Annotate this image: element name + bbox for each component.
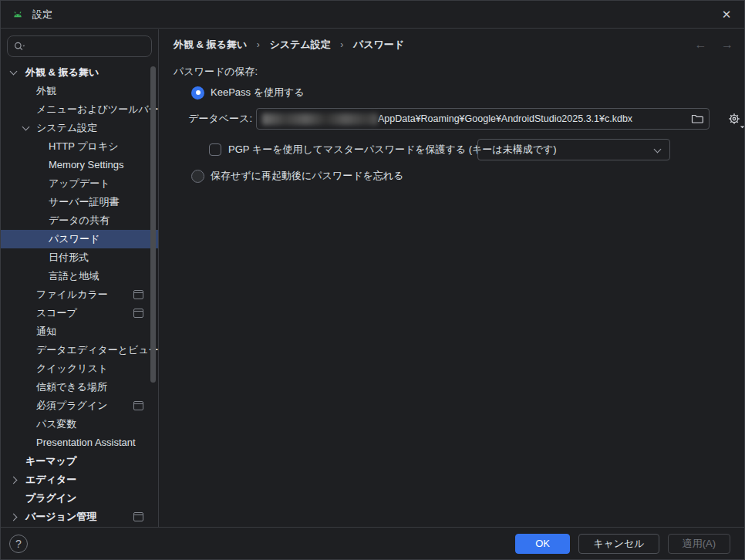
- sidebar-item-label: パス変数: [36, 418, 77, 430]
- save-passwords-label: パスワードの保存:: [174, 65, 258, 79]
- project-scope-icon: [133, 512, 143, 521]
- help-icon[interactable]: ?: [9, 535, 28, 553]
- sidebar-item[interactable]: 外観 & 振る舞い: [1, 63, 158, 82]
- sidebar-item-label: データの共有: [49, 214, 110, 226]
- browse-folder-icon[interactable]: [690, 113, 704, 125]
- chevron-down-icon[interactable]: [22, 123, 30, 131]
- sidebar-item[interactable]: バージョン管理: [1, 508, 158, 526]
- database-row: データベース: AppData¥Roaming¥Google¥AndroidSt…: [174, 108, 744, 130]
- forget-passwords-radio-unselected[interactable]: [191, 170, 204, 183]
- sidebar-item-label: パスワード: [49, 233, 99, 245]
- sidebar-item-label: スコープ: [36, 307, 77, 319]
- sidebar-item[interactable]: スコープ: [1, 304, 158, 322]
- forget-passwords-radio-label: 保存せずに再起動後にパスワードを忘れる: [211, 169, 403, 183]
- sidebar-item[interactable]: エディター: [1, 471, 158, 489]
- breadcrumb-passwords[interactable]: パスワード: [353, 39, 404, 50]
- settings-search-box[interactable]: [7, 35, 152, 57]
- dialog-footer: ? OK キャンセル 適用(A): [1, 527, 744, 559]
- sidebar-item[interactable]: パスワード: [1, 230, 158, 248]
- sidebar-item[interactable]: キーマップ: [1, 452, 158, 471]
- close-button[interactable]: ✕: [709, 1, 744, 28]
- project-scope-icon: [133, 309, 143, 318]
- sidebar-item[interactable]: 信頼できる場所: [1, 378, 158, 396]
- apply-button[interactable]: 適用(A): [668, 534, 730, 554]
- sidebar-item[interactable]: データの共有: [1, 211, 158, 230]
- settings-dialog: 設定 ✕ 外観 & 振る舞い外観メニューおよびツールバーシステム設定HTTP プ…: [0, 0, 745, 560]
- sidebar-item[interactable]: Presentation Assistant: [1, 433, 158, 452]
- sidebar-item-label: キーマップ: [25, 455, 76, 467]
- history-navigation: ← →: [684, 29, 733, 60]
- settings-main-panel: 外観 & 振る舞い › システム設定 › パスワード ← → パスワードの保存:…: [160, 29, 744, 527]
- sidebar-item-label: データエディターとビューアー: [36, 344, 158, 356]
- sidebar-item-label: 外観 & 振る舞い: [25, 66, 99, 78]
- search-history-caret-icon: [23, 46, 25, 47]
- chevron-right-icon[interactable]: [10, 514, 18, 521]
- project-scope-icon: [133, 290, 143, 299]
- keepass-radio-selected[interactable]: [191, 86, 204, 100]
- sidebar-item[interactable]: 言語と地域: [1, 267, 158, 285]
- pgp-key-combobox[interactable]: [477, 139, 670, 160]
- breadcrumb-system-settings[interactable]: システム設定: [269, 39, 330, 50]
- sidebar-item-label: プラグイン: [25, 492, 77, 504]
- sidebar-item[interactable]: パス変数: [1, 415, 158, 433]
- sidebar-item[interactable]: 外観: [1, 82, 158, 100]
- sidebar-item[interactable]: アップデート: [1, 174, 158, 193]
- sidebar-item-label: Memory Settings: [49, 159, 124, 170]
- settings-search-input[interactable]: [31, 41, 147, 52]
- sidebar-item-label: 外観: [36, 85, 56, 96]
- title-bar: 設定 ✕: [1, 1, 744, 29]
- sidebar-item[interactable]: クイックリスト: [1, 359, 158, 378]
- window-title: 設定: [32, 8, 52, 22]
- back-arrow-icon[interactable]: ←: [695, 38, 707, 51]
- sidebar-item-label: Presentation Assistant: [36, 437, 136, 448]
- sidebar-item[interactable]: ファイルカラー: [1, 285, 158, 304]
- sidebar-item-label: サーバー証明書: [49, 196, 120, 207]
- keepass-settings-gear-icon[interactable]: [726, 111, 743, 128]
- combobox-chevron-down-icon: [654, 146, 662, 153]
- sidebar-item-label: アップデート: [49, 177, 110, 189]
- database-path-field[interactable]: AppData¥Roaming¥Google¥AndroidStudio2025…: [256, 108, 710, 130]
- chevron-down-icon[interactable]: [10, 68, 18, 76]
- sidebar-item[interactable]: システム設定: [1, 119, 158, 137]
- settings-sidebar: 外観 & 振る舞い外観メニューおよびツールバーシステム設定HTTP プロキシMe…: [1, 29, 159, 527]
- sidebar-item-label: 日付形式: [49, 251, 89, 263]
- sidebar-item[interactable]: 必須プラグイン: [1, 396, 158, 415]
- sidebar-item[interactable]: 通知: [1, 322, 158, 341]
- sidebar-item[interactable]: Memory Settings: [1, 156, 158, 174]
- sidebar-item[interactable]: データエディターとビューアー: [1, 341, 158, 359]
- sidebar-item-label: 必須プラグイン: [36, 400, 108, 411]
- breadcrumb: 外観 & 振る舞い › システム設定 › パスワード: [174, 29, 404, 60]
- keepass-radio-label: KeePass を使用する: [211, 86, 305, 100]
- sidebar-item-label: HTTP プロキシ: [49, 140, 119, 152]
- sidebar-item-label: ファイルカラー: [36, 288, 108, 300]
- breadcrumb-separator: ›: [257, 39, 260, 50]
- sidebar-item[interactable]: プラグイン: [1, 489, 158, 508]
- database-label: データベース:: [174, 108, 252, 130]
- pgp-row: PGP キーを使用してマスターパスワードを保護する (キーは未構成です): [160, 139, 744, 160]
- sidebar-item-label: 言語と地域: [49, 270, 99, 282]
- cancel-button[interactable]: キャンセル: [578, 534, 659, 554]
- sidebar-item[interactable]: サーバー証明書: [1, 193, 158, 211]
- sidebar-item-label: エディター: [25, 474, 76, 485]
- chevron-right-icon[interactable]: [10, 477, 18, 484]
- forward-arrow-icon[interactable]: →: [721, 38, 733, 51]
- pgp-key-selected-value: [478, 143, 484, 155]
- sidebar-item[interactable]: 日付形式: [1, 248, 158, 267]
- footer-buttons: OK キャンセル 適用(A): [515, 534, 730, 554]
- breadcrumb-appearance[interactable]: 外観 & 振る舞い: [174, 39, 247, 50]
- sidebar-item-label: クイックリスト: [36, 363, 108, 374]
- sidebar-item[interactable]: メニューおよびツールバー: [1, 100, 158, 119]
- ok-button[interactable]: OK: [515, 534, 570, 554]
- sidebar-item-label: 信頼できる場所: [36, 381, 107, 393]
- sidebar-item[interactable]: HTTP プロキシ: [1, 137, 158, 156]
- pgp-checkbox[interactable]: [209, 143, 221, 156]
- keepass-radio-row[interactable]: KeePass を使用する: [191, 83, 305, 102]
- sidebar-scrollbar[interactable]: [150, 66, 156, 383]
- sidebar-item-label: システム設定: [36, 122, 97, 133]
- database-path-text: AppData¥Roaming¥Google¥AndroidStudio2025…: [378, 113, 632, 124]
- breadcrumb-separator: ›: [340, 39, 343, 50]
- redacted-path-segment: [262, 113, 378, 125]
- forget-passwords-radio-row[interactable]: 保存せずに再起動後にパスワードを忘れる: [191, 167, 403, 185]
- sidebar-item-label: バージョン管理: [25, 511, 96, 522]
- sidebar-item-label: 通知: [36, 326, 56, 337]
